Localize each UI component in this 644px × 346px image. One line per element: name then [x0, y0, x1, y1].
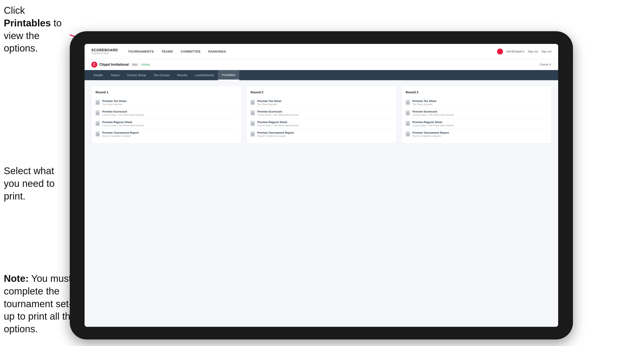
tablet-screen: SCOREBOARD Powered by clippd TOURNAMENTS… — [84, 44, 558, 327]
tournament-badge: Men — [131, 63, 139, 66]
round-3-title: Round 3 — [406, 90, 547, 94]
scorecard-icon-r3 — [406, 110, 410, 116]
round-3-raguzzi[interactable]: Preview Raguzzi Sheet Course setup + Tee… — [406, 118, 547, 129]
tournament-report-subtitle-r3: Round Completion required — [412, 135, 449, 137]
nav-item-tournaments[interactable]: TOURNAMENTS — [128, 49, 154, 54]
logo-title: SCOREBOARD — [91, 48, 118, 52]
tournament-header: C Clippd Invitational Men Hosting Cancel… — [84, 59, 558, 70]
round-3-tee-sheet[interactable]: Preview Tee Sheet Tee Sheet required — [406, 97, 547, 108]
round-2-tee-sheet[interactable]: Preview Tee Sheet Tee Sheet required — [250, 97, 392, 108]
round-1-tournament-report[interactable]: Preview Tournament Report Round Completi… — [96, 129, 237, 139]
tournament-status: Hosting — [141, 63, 150, 66]
tee-sheet-title-r1: Preview Tee Sheet — [102, 99, 126, 103]
scorecard-subtitle-r2: Course setup + Tee Sheet data required — [257, 114, 298, 116]
logo-area: SCOREBOARD Powered by clippd — [91, 48, 118, 54]
tee-sheet-subtitle-r2: Tee Sheet required — [257, 103, 281, 106]
round-2-scorecard[interactable]: Preview Scorecard Course setup + Tee She… — [250, 108, 392, 118]
tee-sheet-icon-r2 — [250, 100, 255, 105]
tee-sheet-icon-r1 — [96, 100, 100, 105]
scorecard-subtitle-r1: Course setup + Tee Sheet data required — [102, 114, 144, 116]
tournament-report-icon-r1 — [96, 132, 100, 137]
round-1-tee-sheet[interactable]: Preview Tee Sheet Tee Sheet required — [96, 97, 237, 108]
tournament-report-subtitle-r2: Round Completion required — [257, 135, 294, 137]
tab-details[interactable]: Details — [90, 70, 107, 80]
nav-item-teams[interactable]: TEAMS — [161, 49, 173, 54]
sign-out-text[interactable]: Sign out — [541, 50, 552, 53]
tournament-report-icon-r3 — [406, 132, 410, 137]
scorecard-icon-r2 — [250, 110, 255, 116]
sign-out-link[interactable]: Sign out — [528, 50, 538, 53]
tournament-report-title-r1: Preview Tournament Report — [102, 131, 139, 134]
raguzzi-title-r3: Preview Raguzzi Sheet — [412, 121, 454, 124]
round-2-raguzzi[interactable]: Preview Raguzzi Sheet Course setup + Tee… — [250, 118, 392, 129]
round-2-tournament-report[interactable]: Preview Tournament Report Round Completi… — [250, 129, 392, 139]
annotation-top: Click Printables to view the options. — [4, 4, 69, 55]
tee-sheet-title-r2: Preview Tee Sheet — [257, 99, 281, 103]
tournament-report-title-r2: Preview Tournament Report — [257, 131, 294, 134]
tournament-report-subtitle-r1: Round Completion required — [102, 135, 139, 137]
tournament-report-title-r3: Preview Tournament Report — [412, 131, 449, 134]
round-3-tournament-report[interactable]: Preview Tournament Report Round Completi… — [406, 129, 547, 139]
raguzzi-subtitle-r3: Course setup + Tee Sheet data required — [412, 124, 454, 127]
round-3-scorecard[interactable]: Preview Scorecard Course setup + Tee She… — [406, 108, 547, 118]
nav-item-committee[interactable]: COMMITTEE — [180, 49, 201, 54]
raguzzi-title-r2: Preview Raguzzi Sheet — [257, 121, 298, 124]
annotation-middle: Select what you need to print. — [4, 165, 69, 202]
main-nav: TOURNAMENTS TEAMS COMMITTEE RANKINGS — [128, 49, 497, 54]
nav-right: blair@clippd.io Sign out Sign out — [497, 48, 552, 54]
annotation-bottom-bold: Note: — [4, 273, 29, 284]
annotation-bottom: Note: You must complete the tournament s… — [4, 272, 80, 336]
nav-item-rankings[interactable]: RANKINGS — [208, 49, 226, 54]
tablet-device: SCOREBOARD Powered by clippd TOURNAMENTS… — [70, 31, 573, 340]
logo-subtitle: Powered by clippd — [91, 52, 118, 54]
cancel-button[interactable]: Cancel ✕ — [540, 63, 552, 66]
tee-sheet-subtitle-r3: Tee Sheet required — [412, 103, 436, 106]
round-1-scorecard[interactable]: Preview Scorecard Course setup + Tee She… — [96, 108, 237, 118]
rounds-grid: Round 1 Preview Tee Sheet Tee Sheet requ… — [91, 86, 552, 144]
scorecard-subtitle-r3: Course setup + Tee Sheet data required — [412, 114, 454, 116]
raguzzi-icon-r3 — [406, 121, 410, 126]
raguzzi-subtitle-r2: Course setup + Tee Sheet data required — [257, 124, 298, 127]
round-3-section: Round 3 Preview Tee Sheet Tee Sheet requ… — [402, 86, 552, 144]
raguzzi-icon-r2 — [250, 121, 255, 126]
tournament-report-icon-r2 — [250, 132, 255, 137]
tee-sheet-subtitle-r1: Tee Sheet required — [102, 103, 126, 106]
annotation-top-bold: Printables — [4, 17, 51, 28]
tab-leaderboards[interactable]: Leaderboards — [191, 70, 218, 80]
top-nav: SCOREBOARD Powered by clippd TOURNAMENTS… — [84, 44, 558, 59]
round-2-section: Round 2 Preview Tee Sheet Tee Sheet requ… — [246, 86, 396, 144]
tab-teams[interactable]: Teams — [107, 70, 124, 80]
user-email: blair@clippd.io — [506, 50, 524, 53]
raguzzi-subtitle-r1: Course setup + Tee Sheet data required — [102, 124, 144, 127]
scorecard-title-r2: Preview Scorecard — [257, 110, 298, 113]
scorecard-icon-r1 — [96, 110, 100, 116]
tee-sheet-icon-r3 — [406, 100, 410, 105]
tournament-name: Clippd Invitational — [99, 63, 129, 66]
tab-tee-groups[interactable]: Tee Groups — [150, 70, 173, 80]
scorecard-title-r3: Preview Scorecard — [412, 110, 454, 113]
round-1-title: Round 1 — [96, 90, 237, 94]
tab-course-setup[interactable]: Course Setup — [124, 70, 150, 80]
round-1-raguzzi[interactable]: Preview Raguzzi Sheet Course setup + Tee… — [96, 118, 237, 129]
raguzzi-title-r1: Preview Raguzzi Sheet — [102, 121, 144, 124]
main-content: Round 1 Preview Tee Sheet Tee Sheet requ… — [84, 80, 558, 327]
tab-printables[interactable]: Printables — [218, 70, 239, 80]
tab-bar: Details Teams Course Setup Tee Groups Re… — [84, 70, 558, 80]
round-1-section: Round 1 Preview Tee Sheet Tee Sheet requ… — [91, 86, 241, 144]
scorecard-title-r1: Preview Scorecard — [102, 110, 144, 113]
user-avatar — [497, 48, 503, 54]
tab-results[interactable]: Results — [173, 70, 191, 80]
tournament-logo: C — [91, 62, 97, 68]
round-2-title: Round 2 — [250, 90, 392, 94]
tee-sheet-title-r3: Preview Tee Sheet — [412, 99, 436, 103]
raguzzi-icon-r1 — [96, 121, 100, 126]
